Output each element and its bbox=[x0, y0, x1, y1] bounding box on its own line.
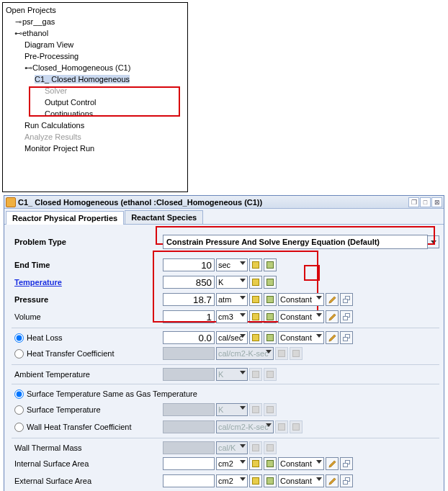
heat-loss-input[interactable] bbox=[163, 331, 215, 344]
heat-loss-unit-select[interactable]: cal/sec bbox=[216, 331, 248, 344]
pressure-unit-select[interactable]: atm bbox=[216, 293, 248, 306]
ambient-unit-select: K bbox=[216, 368, 248, 381]
htc-unit-select: cal/cm2-K-sec bbox=[216, 347, 274, 360]
label-wall-thermal-mass: Wall Thermal Mass bbox=[12, 443, 163, 452]
tree-item-solver[interactable]: Solver bbox=[6, 85, 184, 96]
unit-toggle-a-icon bbox=[249, 403, 262, 416]
surface-temperature-input bbox=[163, 403, 215, 416]
unit-toggle-a-icon[interactable] bbox=[249, 457, 262, 470]
titlebar: C1_ Closed Homogeneous (ethanol :Closed_… bbox=[4, 196, 444, 209]
duplicate-icon[interactable] bbox=[340, 310, 353, 323]
unit-toggle-a-icon[interactable] bbox=[249, 310, 262, 323]
volume-input[interactable] bbox=[163, 310, 215, 323]
project-tree-panel: Open Projects ⊸psr__gas ⊷ethanol Diagram… bbox=[2, 2, 188, 192]
wtm-unit-select: cal/K bbox=[216, 441, 248, 454]
heat-transfer-coef-input bbox=[163, 347, 215, 360]
tab-reactant-species[interactable]: Reactant Species bbox=[125, 210, 203, 224]
pressure-input[interactable] bbox=[163, 293, 215, 306]
unit-toggle-b-icon bbox=[264, 368, 277, 381]
label-ambient-temperature: Ambient Temperature bbox=[12, 370, 163, 379]
chevron-down-icon[interactable] bbox=[428, 235, 439, 248]
unit-toggle-b-icon[interactable] bbox=[264, 474, 277, 487]
tree-proj-psr-gas[interactable]: ⊸psr__gas bbox=[6, 16, 184, 27]
unit-toggle-b-icon[interactable] bbox=[264, 457, 277, 470]
heat-loss-mode-select[interactable]: Constant bbox=[278, 331, 324, 344]
isa-input[interactable] bbox=[163, 457, 215, 470]
tree-proj-ethanol[interactable]: ⊷ethanol bbox=[6, 27, 184, 39]
tree-item-c1-closed-homogeneous[interactable]: C1_ Closed Homogeneous bbox=[6, 73, 184, 85]
surface-temperature-radio[interactable] bbox=[14, 405, 24, 415]
reactor-icon bbox=[6, 197, 16, 207]
maximize-icon[interactable]: □ bbox=[420, 197, 431, 207]
volume-unit-select[interactable]: cm3 bbox=[216, 310, 248, 323]
close-icon[interactable]: ⊠ bbox=[431, 197, 442, 207]
label-heat-loss: Heat Loss bbox=[12, 333, 163, 343]
end-time-unit-select[interactable]: sec bbox=[216, 258, 248, 271]
edit-icon[interactable] bbox=[326, 331, 339, 344]
tree-root[interactable]: Open Projects bbox=[6, 4, 184, 16]
ambient-temperature-input bbox=[163, 368, 215, 381]
tree-item-monitor-project-run[interactable]: Monitor Project Run bbox=[6, 143, 184, 154]
unit-toggle-a-icon[interactable] bbox=[249, 276, 262, 289]
heat-transfer-coef-radio[interactable] bbox=[14, 349, 24, 359]
label-heat-transfer-coef: Heat Transfer Coefficient bbox=[12, 349, 163, 359]
end-time-input[interactable] bbox=[163, 258, 215, 271]
edit-icon[interactable] bbox=[326, 457, 339, 470]
unit-toggle-b-icon[interactable] bbox=[264, 293, 277, 306]
tree-item-continuations[interactable]: Continuations bbox=[6, 108, 184, 120]
unit-toggle-a-icon[interactable] bbox=[249, 474, 262, 487]
label-surface-same-as-gas: Surface Temperature Same as Gas Temperat… bbox=[12, 389, 300, 399]
tree-item-closed-homogeneous[interactable]: ⊷Closed_Homogeneous (C1) bbox=[6, 62, 184, 73]
label-internal-surface-area: Internal Surface Area bbox=[12, 459, 163, 468]
panel-title: C1_ Closed Homogeneous (ethanol :Closed_… bbox=[18, 198, 262, 207]
volume-mode-select[interactable]: Constant bbox=[278, 310, 324, 323]
unit-toggle-b-icon[interactable] bbox=[264, 258, 277, 271]
edit-icon[interactable] bbox=[326, 293, 339, 306]
label-surface-temperature: Surface Temperature bbox=[12, 405, 163, 415]
tree-item-diagram-view[interactable]: Diagram View bbox=[6, 39, 184, 50]
wall-htc-unit-select: cal/cm2-K-sec bbox=[216, 420, 274, 433]
unit-toggle-a-icon bbox=[275, 347, 288, 360]
tree-handle-icon[interactable]: ⊸ bbox=[14, 16, 22, 27]
esa-mode-select[interactable]: Constant bbox=[278, 474, 324, 487]
wall-htc-radio[interactable] bbox=[14, 423, 24, 432]
esa-unit-select[interactable]: cm2 bbox=[216, 474, 248, 487]
tree-handle-open-icon[interactable]: ⊷ bbox=[14, 27, 22, 39]
label-pressure: Pressure bbox=[12, 295, 163, 304]
unit-toggle-b-icon[interactable] bbox=[264, 276, 277, 289]
edit-icon[interactable] bbox=[326, 310, 339, 323]
heat-loss-radio[interactable] bbox=[14, 333, 24, 343]
temperature-unit-select[interactable]: K bbox=[216, 276, 248, 289]
label-wall-heat-transfer-coef: Wall Heat Transfer Coefficient bbox=[12, 423, 163, 432]
unit-toggle-b-icon[interactable] bbox=[264, 331, 277, 344]
temperature-input[interactable] bbox=[163, 276, 215, 289]
label-external-surface-area: External Surface Area bbox=[12, 477, 163, 485]
label-temperature[interactable]: Temperature bbox=[12, 278, 163, 287]
unit-toggle-b-icon bbox=[290, 347, 303, 360]
tab-reactor-physical-properties[interactable]: Reactor Physical Properties bbox=[6, 211, 124, 225]
unit-toggle-a-icon bbox=[249, 368, 262, 381]
label-end-time: End Time bbox=[12, 261, 163, 269]
pressure-mode-select[interactable]: Constant bbox=[278, 293, 324, 306]
edit-icon[interactable] bbox=[326, 474, 339, 487]
unit-toggle-a-icon[interactable] bbox=[249, 258, 262, 271]
c1-closed-homogeneous-panel: C1_ Closed Homogeneous (ethanol :Closed_… bbox=[4, 195, 444, 491]
esa-input[interactable] bbox=[163, 474, 215, 487]
duplicate-icon[interactable] bbox=[340, 293, 353, 306]
tree-item-run-calculations[interactable]: Run Calculations bbox=[6, 120, 184, 131]
unit-toggle-a-icon[interactable] bbox=[249, 331, 262, 344]
duplicate-icon[interactable] bbox=[340, 457, 353, 470]
unit-toggle-b-icon[interactable] bbox=[264, 310, 277, 323]
duplicate-icon[interactable] bbox=[340, 331, 353, 344]
restore-down-icon[interactable]: ❐ bbox=[408, 197, 419, 207]
isa-mode-select[interactable]: Constant bbox=[278, 457, 324, 470]
duplicate-icon[interactable] bbox=[340, 474, 353, 487]
unit-toggle-a-icon[interactable] bbox=[249, 293, 262, 306]
tree-item-output-control[interactable]: Output Control bbox=[6, 96, 184, 108]
tree-handle-open-icon[interactable]: ⊷ bbox=[24, 62, 32, 73]
surface-same-radio[interactable] bbox=[14, 389, 24, 399]
problem-type-select[interactable]: Constrain Pressure And Solve Energy Equa… bbox=[163, 235, 428, 249]
tree-item-analyze-results[interactable]: Analyze Results bbox=[6, 131, 184, 143]
tree-item-pre-processing[interactable]: Pre-Processing bbox=[6, 50, 184, 62]
isa-unit-select[interactable]: cm2 bbox=[216, 457, 248, 470]
